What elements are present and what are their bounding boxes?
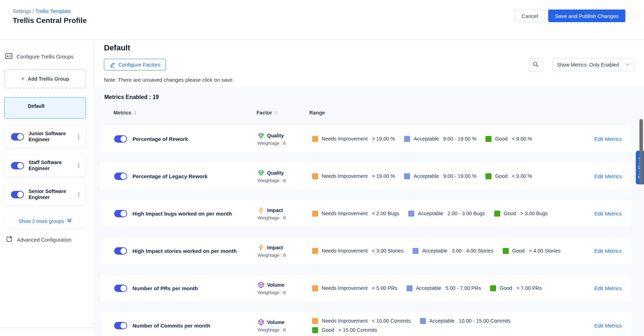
metric-row: High Impact stories worked on per month … [100,237,632,265]
save-publish-button[interactable]: Save and Publish Changes [548,10,625,22]
svg-text:A: A [7,55,9,58]
range-color-swatch [312,285,318,291]
group-enable-toggle[interactable] [11,162,24,169]
trellis-group-card[interactable]: Junior Software Engineer ⋮ [4,125,86,148]
trellis-group-card[interactable]: Staff Software Engineer ⋮ [4,154,86,177]
range-line: Needs Improvement< 3.00 StoriesAcceptabl… [312,248,580,254]
configure-trellis-groups-header: A Configure Trellis Groups [5,52,74,61]
group-name: Junior Software Engineer [29,131,75,142]
factor-name: Impact [267,207,283,213]
range-chip: Good< 9.00 % [485,136,532,142]
factor-cell: Volume Weightage : 8 [258,281,312,295]
metric-name: High Impact bugs worked on per month [132,211,249,217]
range-color-swatch [312,318,318,324]
metric-enable-toggle[interactable] [114,322,127,329]
metric-name: High Impact stories worked on per month [132,248,249,254]
factor-name: Impact [267,245,283,250]
search-button[interactable] [529,58,543,72]
column-header-factor: Factor ▲▼ [256,110,277,116]
range-line: Needs Improvement> 19.00 %Acceptable9.00… [312,136,580,142]
edit-metrics-link[interactable]: Edit Metrics [592,211,622,217]
sort-icon[interactable]: ▲▼ [275,111,277,115]
edit-metrics-link[interactable]: Edit Metrics [592,248,622,254]
advanced-configuration-button[interactable]: Advanced Configuration [6,236,72,244]
range-chip: Acceptable9.00 - 19.00 % [404,173,476,179]
range-color-swatch [312,327,318,333]
add-trellis-group-label: Add Trellis Group [28,76,69,82]
selected-group-title: Default [104,43,130,52]
range-chip: Needs Improvement< 10.00 Commits [312,318,411,324]
factor-icon [258,281,265,288]
metric-row: Number of Commits per month Volume Weigh… [100,311,632,336]
metric-name: Number of PRs per month [132,285,249,291]
range-chip: Good< 9.00 % [485,173,532,179]
breadcrumb-trellis-template[interactable]: Trellis Template [35,8,71,14]
sidebar: A Configure Trellis Groups + Add Trellis… [0,40,94,328]
factor-cell: Quality Weightage : 8 [258,169,312,183]
configure-factors-label: Configure Factors [118,62,160,68]
breadcrumb-settings[interactable]: Settings [13,8,31,14]
configure-factors-button[interactable]: Configure Factors [104,59,166,70]
range-chip: Acceptable9.00 - 19.00 % [404,136,476,142]
show-more-groups-button[interactable]: Show 2 more groups [4,214,86,228]
metrics-table: Percentage of Rework Quality Weightage :… [100,125,644,336]
trellis-group-card[interactable]: Senior Software Engineer ⋮ [4,183,86,206]
range-cell: Needs Improvement< 2.00 BugsAcceptable2.… [312,211,580,217]
range-chip: Needs Improvement< 2.00 Bugs [312,211,399,217]
edit-metrics-link[interactable]: Edit Metrics [592,323,622,329]
advanced-configuration-label: Advanced Configuration [17,237,72,243]
range-line: Needs Improvement< 5.00 PRsAcceptable5.0… [312,285,580,291]
range-chip: Acceptable10.00 - 15.00 Commits [420,318,510,324]
factor-name: Volume [267,319,285,325]
scrollbar-thumb[interactable] [639,119,643,185]
plus-icon: + [21,76,25,82]
range-color-swatch [420,318,426,324]
metric-enable-toggle[interactable] [114,210,127,217]
metric-enable-toggle[interactable] [114,285,127,292]
edit-metrics-link[interactable]: Edit Metrics [592,285,622,291]
metric-enable-toggle[interactable] [114,247,127,255]
range-line: Good> 15.00 Commits [312,327,580,333]
factor-name: Quality [267,170,284,176]
range-chip: Acceptable5.00 - 7.00 PRs [407,285,481,291]
weightage: Weightage : 8 [258,215,312,220]
range-color-swatch [503,248,509,254]
main-panel: Default Configure Factors Note: There ar… [95,40,644,336]
range-color-swatch [312,173,318,179]
kebab-menu-icon[interactable]: ⋮ [76,162,81,169]
range-chip: Acceptable2.00 - 3.00 Bugs [408,211,485,217]
metric-row: Number of PRs per month Volume Weightage… [100,274,632,302]
add-trellis-group-button[interactable]: + Add Trellis Group [4,69,86,88]
group-card-default-selected[interactable]: Default [4,97,86,119]
factor-cell: Volume Weightage : 8 [258,319,312,332]
range-chip: Acceptable3.00 - 4.00 Stories [413,248,493,254]
id-card-icon: A [5,52,13,61]
metric-enable-toggle[interactable] [114,173,127,180]
factor-name: Quality [267,133,284,138]
main-header: Default Configure Factors Note: There ar… [95,40,644,86]
factor-cell: Impact Weightage : 8 [258,207,312,220]
metric-enable-toggle[interactable] [114,135,127,143]
range-color-swatch [312,211,318,217]
cancel-button[interactable]: Cancel [515,10,545,22]
factor-cell: Impact Weightage : 8 [258,244,312,258]
range-color-swatch [408,211,414,217]
table-column-headers: Metrics ▲▼ Factor ▲▼ Range [100,110,644,117]
show-metrics-value: Show Metrics: Only Enabled [557,62,619,68]
unsaved-changes-note: Note: There are unsaved changes please c… [104,77,234,83]
edit-metrics-link[interactable]: Edit Metrics [592,136,622,142]
range-cell: Needs Improvement< 10.00 CommitsAcceptab… [312,318,580,333]
kebab-menu-icon[interactable]: ⋮ [76,133,81,140]
range-color-swatch [312,136,318,142]
group-enable-toggle[interactable] [11,133,24,141]
range-cell: Needs Improvement> 19.00 %Acceptable9.00… [312,136,580,142]
range-cell: Needs Improvement> 19.00 %Acceptable9.00… [312,173,580,179]
show-metrics-dropdown[interactable]: Show Metrics: Only Enabled [552,58,634,71]
edit-metrics-link[interactable]: Edit Metrics [592,173,622,179]
double-chevron-down-icon [67,218,72,224]
metric-row: Percentage of Rework Quality Weightage :… [100,125,632,153]
kebab-menu-icon[interactable]: ⋮ [76,191,81,198]
metric-row: High Impact bugs worked on per month Imp… [100,199,632,228]
sort-icon[interactable]: ▲▼ [134,111,137,115]
group-enable-toggle[interactable] [11,191,24,198]
